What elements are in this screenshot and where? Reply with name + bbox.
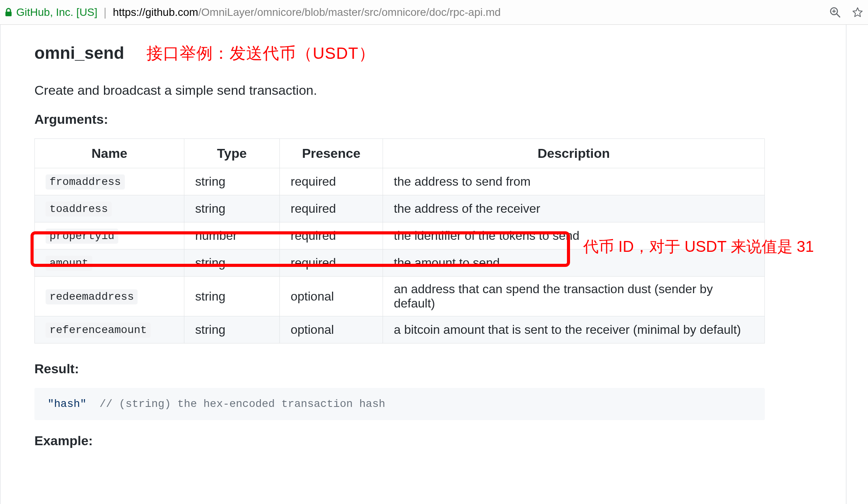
arg-name: fromaddress <box>46 174 125 190</box>
arg-name: referenceamount <box>46 323 151 338</box>
table-row: referenceamount string optional a bitcoi… <box>35 316 765 343</box>
arg-type: string <box>184 277 280 316</box>
table-header-row: Name Type Presence Description <box>35 139 765 168</box>
arg-presence: optional <box>280 316 383 343</box>
table-row: redeemaddress string optional an address… <box>35 277 765 316</box>
arg-presence: required <box>280 168 383 195</box>
arg-presence: optional <box>280 277 383 316</box>
arg-type: string <box>184 316 280 343</box>
arg-presence: required <box>280 195 383 222</box>
col-header-description: Description <box>383 139 765 168</box>
separator: | <box>101 6 109 19</box>
arg-type: number <box>184 222 280 249</box>
result-code-block: "hash" // (string) the hex-encoded trans… <box>34 388 765 420</box>
arg-name: amount <box>46 256 92 271</box>
col-header-name: Name <box>35 139 184 168</box>
arg-name: redeemaddress <box>46 289 138 304</box>
result-heading: Result: <box>34 361 823 376</box>
arg-presence: required <box>280 249 383 277</box>
example-heading: Example: <box>34 433 823 448</box>
arg-description: the address of the receiver <box>383 195 765 222</box>
arg-name: toaddress <box>46 202 112 217</box>
annotation-highlight-note: 代币 ID，对于 USDT 来说值是 31 <box>583 236 814 257</box>
secure-lock-icon <box>5 8 12 17</box>
site-identity-label: GitHub, Inc. [US] <box>16 6 97 19</box>
arg-description: an address that can spend the transactio… <box>383 277 765 316</box>
document-content: omni_send 接口举例：发送代币（USDT） Create and bro… <box>0 25 846 504</box>
arguments-heading: Arguments: <box>34 112 823 127</box>
table-row: toaddress string required the address of… <box>35 195 765 222</box>
arg-type: string <box>184 249 280 277</box>
bookmark-star-icon[interactable] <box>852 7 863 18</box>
api-summary: Create and broadcast a simple send trans… <box>34 83 823 98</box>
arg-type: string <box>184 168 280 195</box>
arg-type: string <box>184 195 280 222</box>
arg-description: a bitcoin amount that is sent to the rec… <box>383 316 765 343</box>
zoom-icon[interactable] <box>829 7 841 18</box>
arg-presence: required <box>280 222 383 249</box>
arg-description: the address to send from <box>383 168 765 195</box>
svg-rect-0 <box>5 12 12 16</box>
col-header-presence: Presence <box>280 139 383 168</box>
table-row: fromaddress string required the address … <box>35 168 765 195</box>
url-display[interactable]: https://github.com/OmniLayer/omnicore/bl… <box>113 6 501 19</box>
annotation-heading: 接口举例：发送代币（USDT） <box>146 43 375 64</box>
api-heading: omni_send <box>34 43 124 63</box>
col-header-type: Type <box>184 139 280 168</box>
svg-line-2 <box>837 14 840 17</box>
arg-name: propertyid <box>46 229 118 244</box>
browser-address-bar: GitHub, Inc. [US] | https://github.com/O… <box>0 0 868 25</box>
